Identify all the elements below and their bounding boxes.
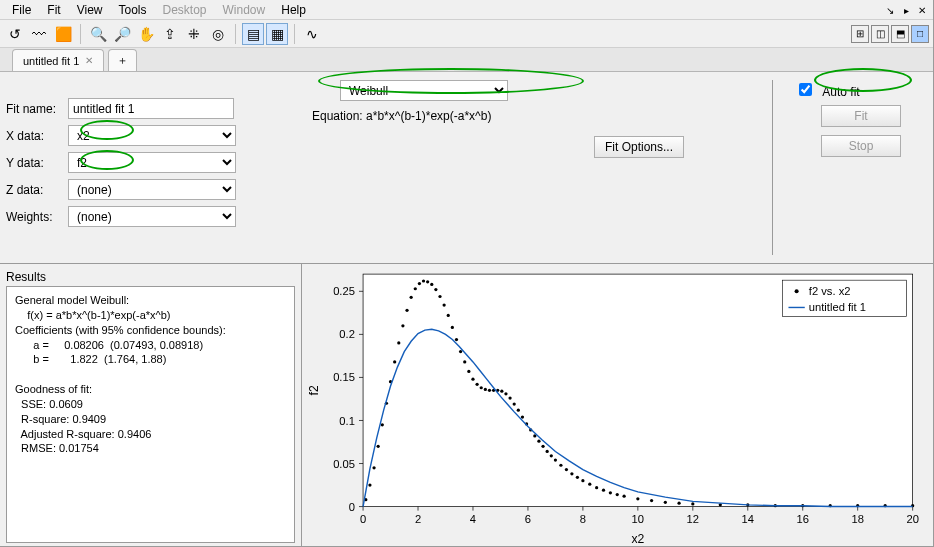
svg-point-62 [467,370,470,373]
menubar: File Fit View Tools Desktop Window Help … [0,0,933,20]
svg-point-81 [546,450,549,453]
svg-text:x2: x2 [631,532,644,546]
svg-point-90 [595,486,598,489]
fitname-input[interactable] [68,98,234,119]
toolbar-brush-icon[interactable]: 〰 [28,23,50,45]
svg-point-63 [471,378,474,381]
svg-point-38 [368,483,371,486]
results-and-chart: Results General model Weibull: f(x) = a*… [0,264,933,547]
show-table-icon[interactable]: ▦ [266,23,288,45]
xdata-label: X data: [6,129,68,143]
residuals-icon[interactable]: ∿ [301,23,323,45]
menu-view[interactable]: View [69,3,111,17]
svg-point-53 [430,283,433,286]
ydata-select[interactable]: f2 [68,152,236,173]
svg-point-48 [410,296,413,299]
menu-window[interactable]: Window [215,3,274,17]
equation-text: a*b*x^(b-1)*exp(-a*x^b) [366,109,491,123]
svg-point-91 [602,489,605,492]
svg-text:0.25: 0.25 [333,285,355,297]
svg-point-41 [381,423,384,426]
toolbar-palette-icon[interactable]: 🟧 [52,23,74,45]
stop-button[interactable]: Stop [821,135,901,157]
menu-fit[interactable]: Fit [39,3,68,17]
results-text: General model Weibull: f(x) = a*b*x^(b-1… [6,286,295,543]
equation-label: Equation: [312,109,363,123]
layout-split-h-icon[interactable]: ⬒ [891,25,909,43]
svg-point-82 [550,454,553,457]
svg-text:0: 0 [349,501,355,513]
svg-point-86 [570,472,573,475]
svg-point-87 [576,476,579,479]
menu-help[interactable]: Help [273,3,314,17]
svg-text:2: 2 [415,513,421,525]
svg-text:4: 4 [470,513,476,525]
svg-text:20: 20 [906,513,918,525]
svg-text:8: 8 [580,513,586,525]
svg-point-73 [513,402,516,405]
svg-text:18: 18 [851,513,863,525]
svg-point-45 [397,341,400,344]
toolbar-rotate-icon[interactable]: ↺ [4,23,26,45]
autofit-checkbox[interactable] [799,83,812,96]
weights-select[interactable]: (none) [68,206,236,227]
close-icon[interactable]: ✕ [85,55,93,66]
svg-text:0.05: 0.05 [333,458,355,470]
zoom-out-icon[interactable]: 🔎 [111,23,133,45]
menu-desktop[interactable]: Desktop [155,3,215,17]
pan-icon[interactable]: ✋ [135,23,157,45]
svg-point-61 [463,360,466,363]
tab-bar: untitled fit 1 ✕ ＋ [0,48,933,72]
svg-point-67 [488,389,491,392]
fit-config-panel: Fit name: X data: x2 Y data: f2 Z data: … [0,72,933,264]
svg-point-109 [795,289,799,293]
svg-point-74 [517,409,520,412]
svg-point-55 [438,295,441,298]
target-icon[interactable]: ◎ [207,23,229,45]
svg-text:untitled fit 1: untitled fit 1 [809,302,866,314]
svg-point-56 [442,303,445,306]
tab-fit-1[interactable]: untitled fit 1 ✕ [12,49,104,71]
svg-text:0.2: 0.2 [339,328,355,340]
svg-point-88 [581,479,584,482]
layout-grid-icon[interactable]: ⊞ [851,25,869,43]
svg-text:12: 12 [687,513,699,525]
svg-point-70 [500,390,503,393]
chart-pane: 0246810121416182000.050.10.150.20.25x2f2… [302,264,933,547]
crosshair-icon[interactable]: ⁜ [183,23,205,45]
svg-point-85 [565,468,568,471]
svg-point-54 [434,288,437,291]
maximize-icon[interactable]: ✕ [915,5,929,16]
svg-point-39 [372,466,375,469]
svg-point-92 [609,491,612,494]
fit-chart[interactable]: 0246810121416182000.050.10.150.20.25x2f2… [302,264,933,547]
layout-single-icon[interactable]: □ [911,25,929,43]
menu-file[interactable]: File [4,3,39,17]
xdata-select[interactable]: x2 [68,125,236,146]
svg-point-75 [521,415,524,418]
fit-button[interactable]: Fit [821,105,901,127]
zdata-select[interactable]: (none) [68,179,236,200]
fit-options-button[interactable]: Fit Options... [594,136,684,158]
undock-icon[interactable]: ↘ [883,5,897,16]
svg-point-66 [484,388,487,391]
results-title: Results [6,268,295,286]
layout-split-v-icon[interactable]: ◫ [871,25,889,43]
svg-text:f2 vs. x2: f2 vs. x2 [809,285,851,297]
menu-tools[interactable]: Tools [110,3,154,17]
svg-text:16: 16 [797,513,809,525]
minimize-icon[interactable]: ▸ [901,5,912,16]
svg-point-58 [451,326,454,329]
svg-point-50 [418,282,421,285]
svg-point-96 [650,499,653,502]
datatip-icon[interactable]: ⇪ [159,23,181,45]
zoom-in-icon[interactable]: 🔍 [87,23,109,45]
fit-type-select[interactable]: Weibull [340,80,508,101]
svg-point-83 [554,458,557,461]
zdata-label: Z data: [6,183,68,197]
tab-add[interactable]: ＋ [108,49,137,71]
show-form-icon[interactable]: ▤ [242,23,264,45]
autofit-label: Auto fit [822,85,859,99]
plus-icon: ＋ [117,53,128,68]
fitname-label: Fit name: [6,102,68,116]
